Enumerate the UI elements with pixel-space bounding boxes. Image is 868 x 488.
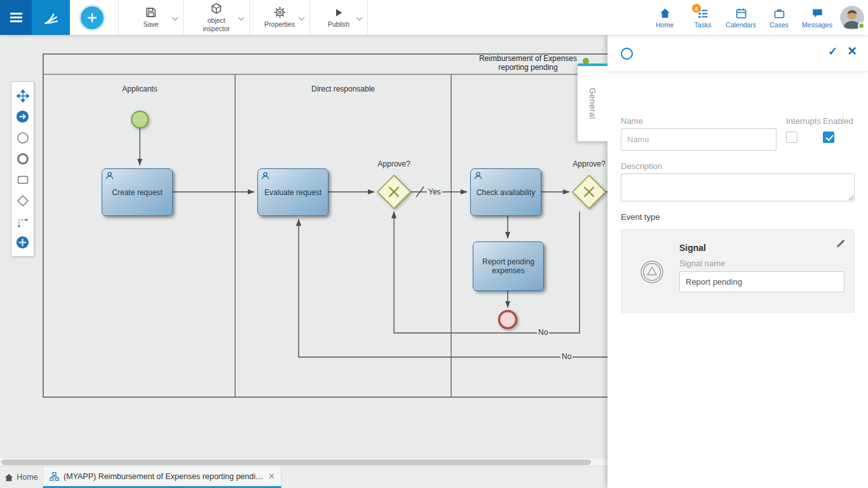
- start-event-tool[interactable]: [12, 127, 34, 148]
- user-avatar[interactable]: [840, 6, 864, 30]
- publish-button[interactable]: Publish: [310, 0, 368, 35]
- gear-icon: [274, 6, 286, 18]
- task-label: Evaluate request: [264, 188, 322, 197]
- chevron-down-icon[interactable]: [356, 15, 363, 21]
- plus-icon: [87, 13, 97, 23]
- start-event[interactable]: [132, 111, 148, 128]
- task-create-request[interactable]: Create request: [102, 168, 173, 216]
- task-label: Report pending expenses: [473, 257, 543, 275]
- nav-home-label: Home: [656, 21, 674, 29]
- object-inspector-button[interactable]: object inspector: [184, 0, 250, 35]
- add-new-button[interactable]: [81, 6, 104, 29]
- hamburger-icon: [10, 11, 22, 25]
- user-icon: [474, 172, 482, 180]
- nav-messages[interactable]: Messages: [798, 0, 836, 35]
- description-textarea[interactable]: [621, 173, 855, 201]
- chevron-down-icon[interactable]: [299, 15, 305, 21]
- nav-tasks[interactable]: 4 Tasks: [684, 0, 722, 35]
- pool-title[interactable]: Reimbursement of Expenses reporting pend…: [475, 55, 581, 72]
- bottom-tab-bar: Home (MYAPP) Reimbursement of Expenses r…: [0, 466, 607, 488]
- task-evaluate-request[interactable]: Evaluate request: [257, 168, 329, 216]
- select-arrow-tool[interactable]: [12, 106, 34, 127]
- gateway-label-approve-2: Approve?: [566, 159, 607, 168]
- event-type-label: Event type: [621, 212, 660, 222]
- nav-calendars[interactable]: Calendars: [722, 0, 760, 35]
- horizontal-scrollbar[interactable]: [0, 458, 607, 466]
- close-tab-button[interactable]: ×: [269, 471, 275, 482]
- top-navigation: Home 4 Tasks Calendars Cases: [646, 0, 864, 35]
- confirm-button[interactable]: ✓: [828, 44, 837, 58]
- hamburger-menu-button[interactable]: [0, 0, 32, 35]
- user-icon: [261, 172, 269, 180]
- signal-event-icon: [639, 259, 665, 285]
- home-icon: [4, 473, 13, 482]
- scrollbar-thumb[interactable]: [1, 459, 591, 465]
- end-event-tool[interactable]: [12, 148, 34, 169]
- top-toolbar: Save object inspector Proper: [0, 0, 868, 35]
- properties-label: Properties: [264, 20, 295, 28]
- close-panel-button[interactable]: ×: [848, 42, 857, 60]
- toolbar-button-group: Save object inspector Proper: [118, 0, 368, 35]
- process-diagram-icon: [50, 472, 59, 481]
- flow-label-yes: Yes: [427, 187, 442, 196]
- pool-boundary[interactable]: [43, 54, 607, 397]
- nav-cases-label: Cases: [770, 21, 789, 29]
- chat-bubble-icon: [811, 7, 824, 20]
- signal-name-input[interactable]: [679, 271, 844, 292]
- task-report-pending-expenses[interactable]: Report pending expenses: [473, 241, 544, 291]
- app-logo[interactable]: [32, 0, 70, 35]
- online-status-dot: [858, 22, 865, 29]
- gateway-tool[interactable]: [12, 190, 34, 211]
- lane-label-direct-responsable: Direct responsable: [295, 85, 391, 93]
- pan-tool[interactable]: [12, 85, 34, 106]
- bottom-tab-process-label: (MYAPP) Reimbursement of Expenses report…: [64, 472, 264, 481]
- logo-branch-icon: [43, 10, 59, 26]
- gateway-label-approve-1: Approve?: [371, 159, 417, 168]
- connector-tool[interactable]: [12, 211, 34, 232]
- edit-event-type-button[interactable]: [836, 238, 846, 250]
- enabled-checkbox[interactable]: [823, 132, 834, 143]
- lane-label-applicants: Applicants: [108, 85, 172, 93]
- move-arrows-icon: [17, 90, 29, 102]
- enabled-label: Enabled: [823, 116, 853, 126]
- name-input[interactable]: [621, 128, 776, 151]
- sequence-flow-no-2[interactable]: [299, 219, 607, 357]
- bottom-tab-home-label: Home: [17, 473, 37, 482]
- calendar-icon: [735, 7, 748, 20]
- flow-label-no: No: [560, 352, 573, 361]
- cube-icon: [210, 3, 222, 15]
- event-type-title: Signal: [679, 243, 706, 253]
- save-button[interactable]: Save: [119, 0, 184, 35]
- tasks-badge: 4: [692, 4, 701, 13]
- bpmn-canvas[interactable]: Reimbursement of Expenses reporting pend…: [0, 35, 607, 466]
- properties-button[interactable]: Properties: [250, 0, 310, 35]
- nav-messages-label: Messages: [802, 21, 832, 29]
- add-shape-tool[interactable]: [12, 232, 34, 253]
- chevron-down-icon[interactable]: [172, 15, 179, 21]
- rounded-rect-icon: [17, 173, 29, 186]
- bottom-tab-process[interactable]: (MYAPP) Reimbursement of Expenses report…: [43, 466, 281, 488]
- tab-general[interactable]: General: [578, 64, 607, 141]
- event-type-card: Signal Signal name: [621, 229, 855, 313]
- event-shape-icon: [621, 48, 633, 60]
- end-event[interactable]: [499, 311, 517, 329]
- arrow-circle-icon: [16, 110, 29, 123]
- publish-label: Publish: [328, 20, 349, 28]
- home-icon: [658, 7, 672, 20]
- nav-cases[interactable]: Cases: [760, 0, 798, 35]
- pencil-icon: [836, 238, 846, 248]
- bottom-tab-home[interactable]: Home: [0, 466, 43, 488]
- thin-circle-icon: [17, 132, 29, 144]
- task-tool[interactable]: [12, 169, 34, 190]
- task-check-availability[interactable]: Check availability: [470, 168, 541, 216]
- signal-name-label: Signal name: [679, 259, 725, 268]
- play-icon: [333, 7, 344, 18]
- name-label: Name: [621, 116, 643, 126]
- nav-home[interactable]: Home: [646, 0, 684, 35]
- chevron-down-icon[interactable]: [238, 15, 245, 21]
- diamond-icon: [17, 194, 29, 207]
- save-floppy-icon: [145, 6, 157, 18]
- description-label: Description: [621, 161, 662, 171]
- shape-palette: [11, 81, 34, 257]
- interrupts-checkbox[interactable]: [786, 132, 797, 143]
